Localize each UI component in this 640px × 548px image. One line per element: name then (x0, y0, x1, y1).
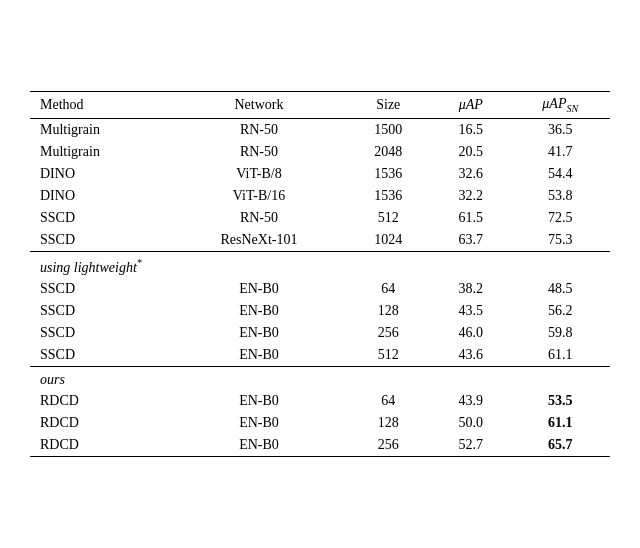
cell-4: 36.5 (510, 119, 610, 142)
cell-2: 512 (345, 207, 431, 229)
cell-1: ViT-B/16 (172, 185, 345, 207)
cell-0: SSCD (30, 207, 172, 229)
table-row: DINOViT-B/8153632.654.4 (30, 163, 610, 185)
cell-0: DINO (30, 163, 172, 185)
table-row: RDCDEN-B025652.765.7 (30, 434, 610, 457)
cell-2: 512 (345, 344, 431, 367)
table-row: RDCDEN-B06443.953.5 (30, 390, 610, 412)
cell-4: 72.5 (510, 207, 610, 229)
cell-3: 38.2 (431, 278, 510, 300)
cell-3: 52.7 (431, 434, 510, 457)
cell-1: EN-B0 (172, 344, 345, 367)
section-header-row: using lightweight* (30, 252, 610, 278)
cell-4: 75.3 (510, 229, 610, 252)
cell-0: RDCD (30, 434, 172, 457)
cell-2: 64 (345, 278, 431, 300)
table-row: MultigrainRN-50204820.541.7 (30, 141, 610, 163)
cell-4: 54.4 (510, 163, 610, 185)
cell-4: 48.5 (510, 278, 610, 300)
cell-1: RN-50 (172, 119, 345, 142)
col-network: Network (172, 92, 345, 119)
cell-1: EN-B0 (172, 322, 345, 344)
cell-3: 50.0 (431, 412, 510, 434)
table-row: SSCDEN-B025646.059.8 (30, 322, 610, 344)
col-muap: μAP (431, 92, 510, 119)
cell-2: 1536 (345, 185, 431, 207)
cell-0: RDCD (30, 390, 172, 412)
cell-3: 43.6 (431, 344, 510, 367)
cell-1: RN-50 (172, 207, 345, 229)
cell-4: 53.8 (510, 185, 610, 207)
col-size: Size (345, 92, 431, 119)
cell-3: 32.2 (431, 185, 510, 207)
table-row: SSCDEN-B06438.248.5 (30, 278, 610, 300)
cell-0: SSCD (30, 278, 172, 300)
table-row: SSCDRN-5051261.572.5 (30, 207, 610, 229)
cell-4: 65.7 (510, 434, 610, 457)
cell-2: 64 (345, 390, 431, 412)
cell-2: 2048 (345, 141, 431, 163)
cell-4: 61.1 (510, 344, 610, 367)
cell-4: 61.1 (510, 412, 610, 434)
cell-0: DINO (30, 185, 172, 207)
cell-3: 16.5 (431, 119, 510, 142)
cell-1: EN-B0 (172, 434, 345, 457)
cell-2: 128 (345, 300, 431, 322)
col-muapsn: μAPSN (510, 92, 610, 119)
cell-2: 256 (345, 434, 431, 457)
cell-2: 1024 (345, 229, 431, 252)
table-container: Method Network Size μAP μAPSN Multigrain… (30, 91, 610, 456)
results-table: Method Network Size μAP μAPSN Multigrain… (30, 91, 610, 456)
cell-4: 53.5 (510, 390, 610, 412)
cell-0: SSCD (30, 229, 172, 252)
cell-0: SSCD (30, 344, 172, 367)
cell-2: 256 (345, 322, 431, 344)
cell-4: 59.8 (510, 322, 610, 344)
cell-0: RDCD (30, 412, 172, 434)
col-method: Method (30, 92, 172, 119)
cell-3: 43.9 (431, 390, 510, 412)
table-row: SSCDResNeXt-101102463.775.3 (30, 229, 610, 252)
cell-1: EN-B0 (172, 412, 345, 434)
cell-3: 20.5 (431, 141, 510, 163)
table-row: SSCDEN-B012843.556.2 (30, 300, 610, 322)
cell-3: 32.6 (431, 163, 510, 185)
cell-0: SSCD (30, 300, 172, 322)
cell-4: 56.2 (510, 300, 610, 322)
cell-3: 63.7 (431, 229, 510, 252)
cell-1: RN-50 (172, 141, 345, 163)
table-row: SSCDEN-B051243.661.1 (30, 344, 610, 367)
cell-1: EN-B0 (172, 278, 345, 300)
table-row: DINOViT-B/16153632.253.8 (30, 185, 610, 207)
cell-1: ViT-B/8 (172, 163, 345, 185)
cell-1: EN-B0 (172, 300, 345, 322)
cell-2: 1536 (345, 163, 431, 185)
section-header-row: ours (30, 366, 610, 390)
cell-0: Multigrain (30, 119, 172, 142)
cell-3: 46.0 (431, 322, 510, 344)
cell-2: 128 (345, 412, 431, 434)
cell-4: 41.7 (510, 141, 610, 163)
cell-0: SSCD (30, 322, 172, 344)
cell-1: ResNeXt-101 (172, 229, 345, 252)
table-row: RDCDEN-B012850.061.1 (30, 412, 610, 434)
cell-1: EN-B0 (172, 390, 345, 412)
table-row: MultigrainRN-50150016.536.5 (30, 119, 610, 142)
table-header-row: Method Network Size μAP μAPSN (30, 92, 610, 119)
cell-3: 61.5 (431, 207, 510, 229)
cell-3: 43.5 (431, 300, 510, 322)
cell-0: Multigrain (30, 141, 172, 163)
cell-2: 1500 (345, 119, 431, 142)
